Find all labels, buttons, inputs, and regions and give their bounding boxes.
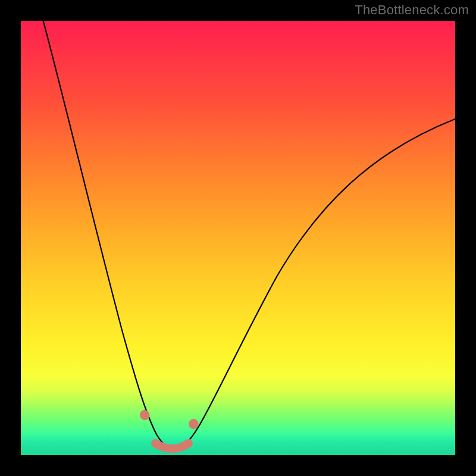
optimal-zone-line [155,443,189,449]
plot-area [21,21,455,455]
figure-container: TheBottleneck.com [0,0,476,476]
watermark-text: TheBottleneck.com [355,2,469,18]
curve-svg [21,21,455,455]
bottleneck-curve [42,21,455,449]
optimal-zone-dots [145,414,198,424]
